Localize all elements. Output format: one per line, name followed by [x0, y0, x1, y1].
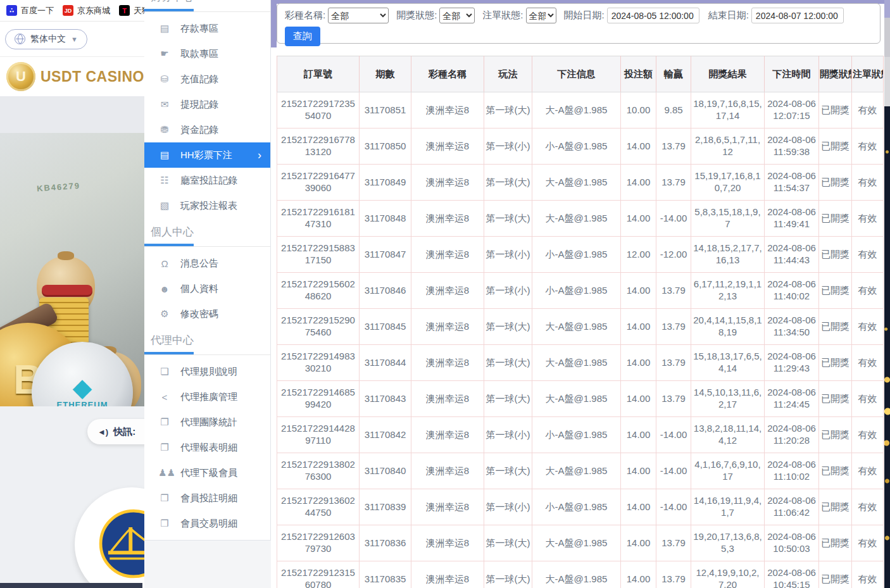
bookmark-label: 京东商城 [77, 5, 110, 16]
table-cell: 第一球(小) [484, 273, 532, 309]
bookmark-tmall[interactable]: T天猫 [119, 5, 144, 16]
sidebar-item-label: 提現記錄 [180, 99, 218, 111]
column-header: 訂單號 [277, 56, 360, 92]
password-icon: ⚙ [158, 308, 171, 320]
lottery-name-select[interactable]: 全部 [328, 8, 389, 23]
sidebar-item[interactable]: ⚙修改密碼 [144, 301, 270, 327]
table-cell: 14,18,15,2,17,7,16,13 [691, 237, 765, 273]
table-cell: 2152172291442897110 [277, 417, 360, 453]
sidebar-item[interactable]: ⛃資金記錄 [144, 117, 270, 142]
table-cell: 2152172291231560780 [277, 561, 360, 588]
table-cell: -14.00 [656, 489, 691, 525]
spacer-strip [0, 96, 144, 133]
news-ticker[interactable]: ◄) 快訊: [87, 419, 144, 444]
table-cell: 第一球(小) [484, 128, 532, 165]
ticker-label: 快訊: [113, 426, 135, 438]
table-cell: 31170836 [360, 525, 411, 561]
sidebar-item[interactable]: ✉提現記錄 [144, 92, 270, 117]
table-cell: 有效 [852, 237, 884, 273]
column-header: 注單狀態 [852, 56, 884, 92]
usdt-coin-logo-icon: U [6, 62, 35, 91]
column-header: 下注信息 [532, 56, 621, 92]
table-cell: 14.00 [621, 309, 656, 345]
background-page-left: ∴百度一下JD京东商城T天猫 繁体中文 ▼ U USDT CASINO KB46… [0, 0, 144, 588]
sidebar-item[interactable]: ♟♟代理下級會員 [144, 460, 270, 485]
table-cell: 2024-08-06 11:54:37 [765, 165, 819, 201]
sidebar-item[interactable]: ☻個人資料 [144, 276, 270, 301]
table-cell: 2024-08-06 11:24:45 [765, 381, 819, 417]
withdrawal-record-icon: ✉ [158, 99, 171, 110]
filter-panel: 彩種名稱: 全部 開獎狀態: 全部 注單狀態: 全部 開始日期: 結束日期: 查… [277, 3, 881, 44]
table-cell: 第一球(小) [484, 237, 532, 273]
sidebar-item[interactable]: ☛取款專區 [144, 41, 270, 66]
tmall-favicon-icon: T [119, 5, 130, 16]
end-date-input[interactable] [751, 8, 844, 23]
table-cell: 第一球(大) [484, 345, 532, 381]
table-cell: 第一球(大) [484, 453, 532, 489]
sidebar-item-label: 資金記錄 [180, 124, 218, 136]
agent-report-icon: ❐ [158, 442, 171, 453]
table-cell: 31170843 [360, 381, 411, 417]
sidebar-item-label: 代理下級會員 [180, 467, 237, 479]
table-row: 215217229164773906031170849澳洲幸运8第一球(大)大-… [277, 165, 884, 201]
table-cell: 有效 [852, 381, 884, 417]
table-cell: 已開獎 [819, 489, 852, 525]
table-cell: 澳洲幸运8 [411, 273, 484, 309]
sidebar-item-label: 廳室投註記錄 [180, 175, 237, 187]
sidebar-item[interactable]: ▧玩家投注報表 [144, 193, 270, 218]
sidebar-item-label: 代理規則說明 [180, 366, 237, 378]
table-cell: 2024-08-06 11:49:41 [765, 201, 819, 237]
draw-status-select[interactable]: 全部 [439, 8, 475, 23]
sidebar-item[interactable]: ▤存款專區 [144, 16, 270, 41]
language-selector[interactable]: 繁体中文 ▼ [5, 29, 87, 49]
table-cell: 2152172291647739060 [277, 165, 360, 201]
table-cell: 31170847 [360, 237, 411, 273]
table-cell: 2152172291260379730 [277, 525, 360, 561]
sidebar-item[interactable]: ❐代理報表明細 [144, 435, 270, 460]
banknote-serial-text: KB46279 [37, 181, 81, 194]
bookmark-jd[interactable]: JD京东商城 [63, 5, 110, 16]
player-bet-report-icon: ▧ [158, 200, 171, 211]
table-row: 215217229126037973031170836澳洲幸运8第一球(大)大-… [277, 525, 884, 561]
sidebar-item[interactable]: ❏代理規則說明 [144, 359, 270, 384]
table-cell: 2024-08-06 11:29:43 [765, 345, 819, 381]
funds-record-icon: ⛃ [158, 124, 171, 135]
table-cell: 澳洲幸运8 [411, 561, 484, 588]
team-logo-icon[interactable] [96, 506, 144, 581]
ethereum-label: ETHEREUM [57, 400, 108, 407]
column-header: 玩法 [484, 56, 532, 92]
sidebar-section-title: 代理中心 [144, 327, 270, 352]
table-cell: 已開獎 [819, 273, 852, 309]
table-row: 215217229149833021031170844澳洲幸运8第一球(大)大-… [277, 345, 884, 381]
table-cell: 2024-08-06 11:20:28 [765, 417, 819, 453]
table-cell: 第一球(大) [484, 201, 532, 237]
table-cell: 澳洲幸运8 [411, 345, 484, 381]
table-cell: 澳洲幸运8 [411, 165, 484, 201]
start-date-input[interactable] [607, 8, 699, 23]
table-cell: 有效 [852, 309, 884, 345]
column-header: 彩種名稱 [411, 56, 484, 92]
table-cell: 大-A盤@1.985 [532, 525, 621, 561]
table-cell: 有效 [852, 201, 884, 237]
sidebar-item[interactable]: ⛁充值記錄 [144, 66, 270, 92]
sidebar-item[interactable]: Ω消息公告 [144, 251, 270, 276]
start-date-label: 開始日期: [564, 9, 605, 22]
query-button[interactable]: 查詢 [285, 27, 320, 46]
sidebar-item[interactable]: ❐代理團隊統計 [144, 410, 270, 435]
recharge-record-icon: ⛁ [158, 73, 171, 85]
sidebar-item[interactable]: ❒會員投註明細 [144, 485, 270, 511]
table-cell: 2024-08-06 11:34:50 [765, 309, 819, 345]
sidebar-item[interactable]: ☷廳室投註記錄 [144, 168, 270, 193]
table-cell: 澳洲幸运8 [411, 309, 484, 345]
sidebar-item-active[interactable]: ▤HH彩票下注› [144, 142, 270, 168]
order-status-select[interactable]: 全部 [526, 8, 556, 23]
sidebar-item[interactable]: <代理推廣管理 [144, 384, 270, 410]
logo-row: U USDT CASINO [0, 57, 144, 96]
table-cell: 已開獎 [819, 309, 852, 345]
column-header: 投注額 [621, 56, 656, 92]
announcement-icon: Ω [158, 258, 171, 269]
table-cell: 14.00 [621, 417, 656, 453]
sidebar-item[interactable]: ❒會員交易明細 [144, 511, 270, 536]
sidebar-item-label: 存款專區 [180, 23, 218, 35]
bookmark-baidu[interactable]: ∴百度一下 [6, 5, 54, 16]
